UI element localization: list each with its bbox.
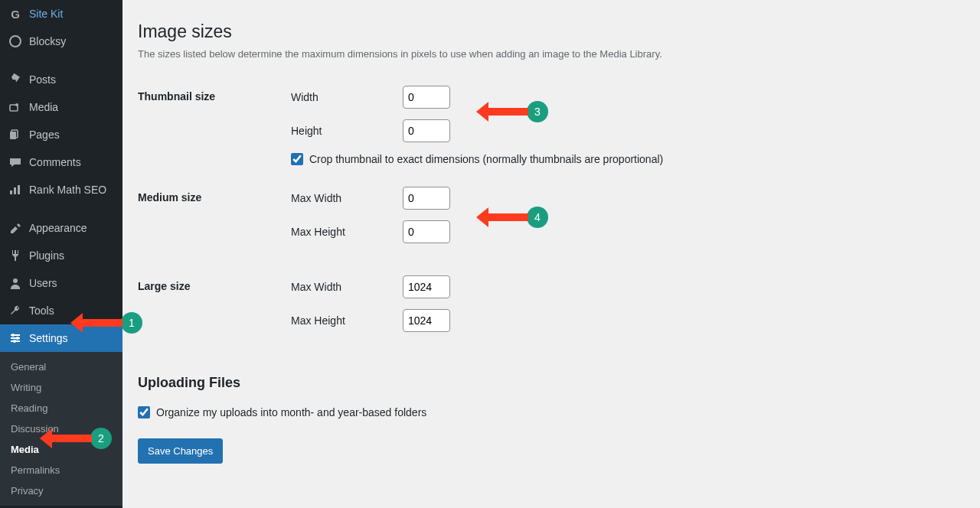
large-height-input[interactable] <box>403 309 450 332</box>
sidebar-separator <box>0 204 122 214</box>
thumbnail-size-label: Thumbnail size <box>138 75 291 176</box>
sidebar-item-label: Comments <box>29 156 81 168</box>
medium-size-label: Medium size <box>138 176 291 265</box>
organize-uploads-checkbox[interactable] <box>138 406 150 418</box>
thumbnail-crop-label: Crop thumbnail to exact dimensions (norm… <box>309 153 663 165</box>
user-icon <box>8 275 23 291</box>
page-icon <box>8 127 23 142</box>
sidebar-item-label: Appearance <box>29 222 87 234</box>
thumbnail-height-input[interactable] <box>403 119 450 142</box>
large-size-label: Large size <box>138 265 291 353</box>
medium-width-label: Max Width <box>291 192 403 204</box>
sidebar-item-blocksy[interactable]: Blocksy <box>0 28 122 55</box>
uploading-heading: Uploading Files <box>138 375 965 391</box>
large-width-label: Max Width <box>291 281 403 293</box>
submenu-permalinks[interactable]: Permalinks <box>0 460 122 480</box>
organize-uploads-label: Organize my uploads into month- and year… <box>156 406 426 418</box>
sidebar-item-label: Settings <box>29 332 68 344</box>
media-icon <box>8 99 23 115</box>
sidebar-item-media[interactable]: Media <box>0 93 122 121</box>
submenu-media[interactable]: Media <box>0 439 122 460</box>
submenu-writing[interactable]: Writing <box>0 377 122 398</box>
sidebar-item-plugins[interactable]: Plugins <box>0 242 122 269</box>
sidebar-item-tools[interactable]: Tools <box>0 297 122 324</box>
sidebar-item-posts[interactable]: Posts <box>0 66 122 93</box>
medium-height-label: Max Height <box>291 226 403 238</box>
medium-height-input[interactable] <box>403 220 450 243</box>
pin-icon <box>8 72 23 87</box>
thumbnail-width-label: Width <box>291 91 403 103</box>
circle-icon <box>8 34 23 49</box>
sidebar-item-pages[interactable]: Pages <box>0 121 122 148</box>
sidebar-item-label: Tools <box>29 304 54 317</box>
brush-icon <box>8 220 23 236</box>
sidebar-item-appearance[interactable]: Appearance <box>0 214 122 242</box>
sidebar-item-label: Media <box>29 101 58 113</box>
sidebar-item-sitekit[interactable]: GSite Kit <box>0 0 122 28</box>
plug-icon <box>8 248 23 263</box>
submenu-reading[interactable]: Reading <box>0 398 122 418</box>
G-icon: G <box>8 6 23 21</box>
admin-sidebar: GSite KitBlocksyPostsMediaPagesCommentsR… <box>0 0 122 508</box>
wrench-icon <box>8 303 23 318</box>
sidebar-item-comments[interactable]: Comments <box>0 148 122 176</box>
thumbnail-crop-checkbox[interactable] <box>291 153 303 165</box>
section-heading: Image sizes <box>138 21 965 42</box>
sidebar-item-rankmath[interactable]: Rank Math SEO <box>0 176 122 204</box>
medium-width-input[interactable] <box>403 187 450 210</box>
sidebar-item-label: Blocksy <box>29 35 66 47</box>
large-width-input[interactable] <box>403 275 450 298</box>
sidebar-item-label: Site Kit <box>29 8 63 20</box>
sidebar-item-users[interactable]: Users <box>0 269 122 297</box>
sidebar-separator <box>0 55 122 66</box>
sidebar-item-label: Posts <box>29 73 56 86</box>
sidebar-item-label: Plugins <box>29 249 64 262</box>
chart-icon <box>8 182 23 197</box>
submenu-general[interactable]: General <box>0 357 122 377</box>
thumbnail-width-input[interactable] <box>403 86 450 109</box>
sliders-icon <box>8 331 23 346</box>
section-description: The sizes listed below determine the max… <box>138 48 965 60</box>
settings-media-page: Image sizes The sizes listed below deter… <box>122 0 980 508</box>
sidebar-item-settings[interactable]: Settings <box>0 324 122 352</box>
large-height-label: Max Height <box>291 314 403 327</box>
comment-icon <box>8 155 23 170</box>
submenu-privacy[interactable]: Privacy <box>0 480 122 501</box>
sidebar-item-label: Pages <box>29 129 60 141</box>
submenu-discussion[interactable]: Discussion <box>0 418 122 439</box>
sidebar-item-label: Users <box>29 277 57 289</box>
save-changes-button[interactable]: Save Changes <box>138 438 223 464</box>
sidebar-item-label: Rank Math SEO <box>29 184 106 196</box>
thumbnail-height-label: Height <box>291 125 403 137</box>
